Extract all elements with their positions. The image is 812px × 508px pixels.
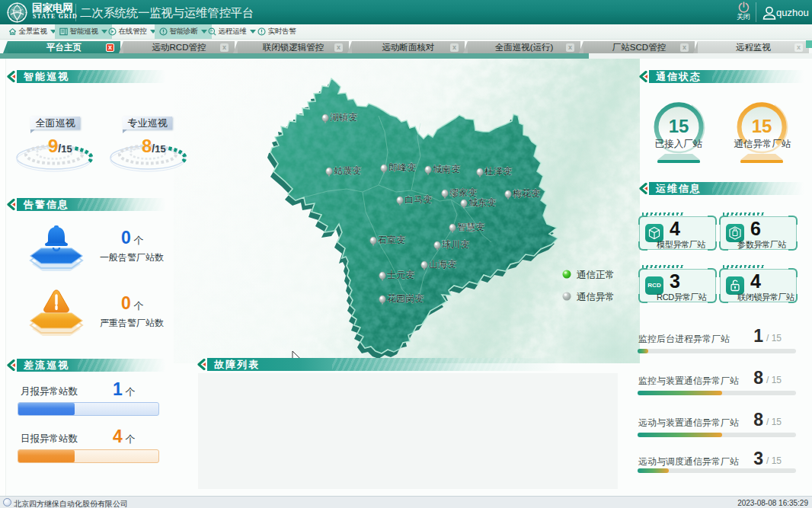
svg-text:石室变: 石室变 <box>377 235 405 245</box>
svg-text:城南变: 城南变 <box>433 164 460 174</box>
svg-text:城东变: 城东变 <box>468 197 496 208</box>
svg-text:杜泽变: 杜泽变 <box>484 166 512 177</box>
svg-text:郎峰变: 郎峰变 <box>388 162 416 173</box>
svg-text:湖镇变: 湖镇变 <box>330 112 357 123</box>
svg-text:智慧变: 智慧变 <box>457 222 484 232</box>
svg-text:姑蔑变: 姑蔑变 <box>334 165 361 176</box>
svg-text:通信异常: 通信异常 <box>577 292 615 302</box>
svg-text:山海变: 山海变 <box>429 259 456 270</box>
svg-text:梅花变: 梅花变 <box>512 188 540 199</box>
svg-text:花园岗变: 花园岗变 <box>387 293 424 304</box>
svg-text:白马变: 白马变 <box>404 194 432 205</box>
svg-text:球川变: 球川变 <box>442 239 469 250</box>
svg-text:通信正常: 通信正常 <box>577 270 615 280</box>
svg-text:缪家变: 缪家变 <box>449 187 477 198</box>
svg-text:士元变: 士元变 <box>387 270 414 280</box>
